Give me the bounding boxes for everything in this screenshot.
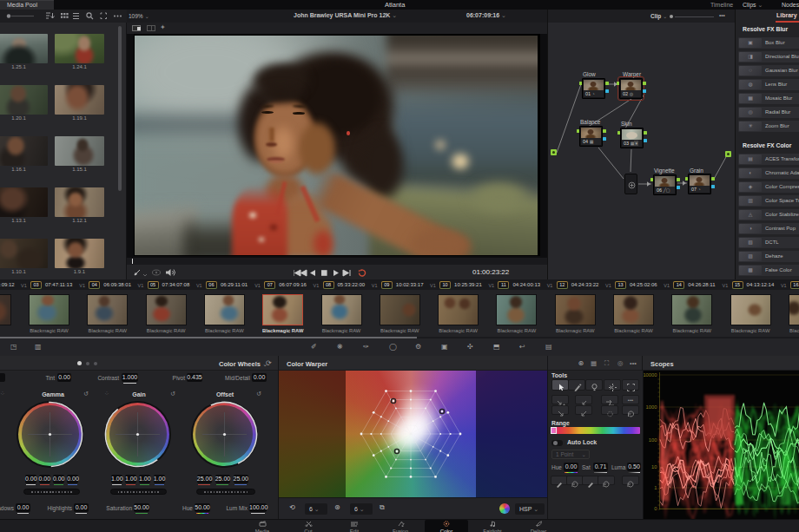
svg-text:10: 10 — [651, 464, 657, 470]
svg-text:1000: 1000 — [646, 404, 657, 410]
svg-text:1: 1 — [654, 485, 657, 490]
svg-text:0: 0 — [654, 506, 657, 511]
svg-text:10000: 10000 — [644, 372, 657, 378]
svg-text:100: 100 — [649, 437, 657, 443]
